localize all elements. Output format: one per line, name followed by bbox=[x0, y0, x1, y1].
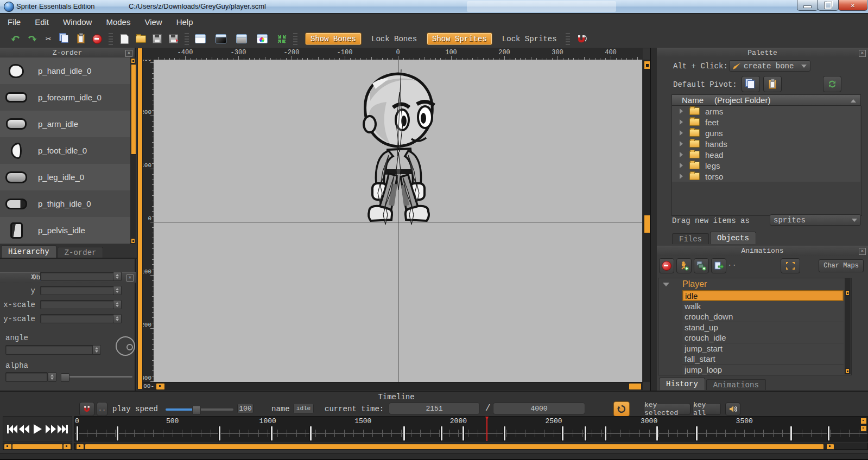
key-all-button[interactable]: key all bbox=[693, 403, 721, 415]
timeline-options-button[interactable]: .. bbox=[97, 402, 107, 416]
collapse-caret-icon[interactable] bbox=[663, 283, 669, 286]
lock-bones-toggle[interactable]: Lock Bones bbox=[371, 35, 417, 43]
scroll-down-button[interactable] bbox=[845, 368, 850, 374]
restore-button[interactable] bbox=[818, 0, 839, 11]
folder-row-hands[interactable]: hands bbox=[672, 138, 860, 150]
scroll-right-button[interactable] bbox=[826, 444, 834, 450]
animation-item-fall_start[interactable]: fall_start bbox=[682, 354, 844, 365]
animations-scrollbar[interactable] bbox=[845, 278, 851, 374]
playhead[interactable] bbox=[486, 417, 487, 442]
animation-item-crouch_down[interactable]: crouch_down bbox=[682, 311, 844, 322]
keyframe-marker[interactable] bbox=[403, 426, 406, 441]
show-sprites-toggle[interactable]: Show Sprites bbox=[427, 33, 492, 45]
center-animation-button[interactable] bbox=[781, 258, 800, 273]
y-input[interactable] bbox=[40, 286, 122, 295]
zorder-scroll-handle[interactable] bbox=[131, 64, 136, 155]
palette-close-icon[interactable]: ✕ bbox=[859, 50, 866, 57]
left-panel-tab-z-order[interactable]: Z-order bbox=[58, 247, 104, 258]
zorder-row[interactable]: p_foot_idle_0 bbox=[0, 137, 130, 164]
zorder-close-icon[interactable]: ✕ bbox=[125, 50, 132, 57]
expand-caret-icon[interactable] bbox=[680, 174, 683, 179]
timeline-ruler[interactable]: 0500100015002000250030003500 bbox=[74, 416, 868, 442]
undo-button[interactable] bbox=[8, 32, 24, 46]
alpha-spinner[interactable] bbox=[48, 372, 56, 382]
expand-caret-icon[interactable] bbox=[680, 108, 683, 114]
canvas-horizontal-scrollbar[interactable]: -300 bbox=[143, 382, 643, 390]
play-speed-slider-handle[interactable] bbox=[192, 406, 201, 414]
delete-button[interactable] bbox=[89, 32, 105, 46]
timeline-zoom-out-button[interactable] bbox=[860, 425, 867, 432]
alpha-slider-track[interactable] bbox=[69, 376, 132, 378]
folder-row-torso[interactable]: torso bbox=[672, 171, 860, 182]
x-scale-spinner[interactable] bbox=[113, 300, 122, 309]
paste-pivot-button[interactable] bbox=[763, 76, 782, 92]
menu-item-file[interactable]: File bbox=[8, 17, 21, 27]
delete-animation-button[interactable] bbox=[659, 258, 674, 273]
animations-tab-history[interactable]: History bbox=[659, 378, 705, 390]
skip-end-icon[interactable] bbox=[57, 423, 69, 435]
scroll-left-button[interactable] bbox=[76, 444, 84, 450]
view-mode-1-button[interactable] bbox=[192, 32, 208, 46]
folder-row-head[interactable]: head bbox=[672, 149, 860, 161]
expand-caret-icon[interactable] bbox=[680, 119, 683, 125]
duplicate-animation-button[interactable] bbox=[711, 258, 726, 273]
open-file-button[interactable] bbox=[132, 32, 149, 46]
keyframe-marker[interactable] bbox=[218, 426, 221, 441]
angle-dial[interactable] bbox=[116, 336, 135, 356]
fit-view-button[interactable] bbox=[274, 32, 290, 46]
y-scale-spinner[interactable] bbox=[113, 314, 122, 323]
keyframe-marker[interactable] bbox=[561, 426, 564, 441]
keyframe-marker[interactable] bbox=[462, 426, 465, 441]
animations-tab-animations[interactable]: Animations bbox=[706, 379, 766, 390]
more-options-button[interactable]: .. bbox=[727, 259, 737, 268]
show-bones-toggle[interactable]: Show Bones bbox=[305, 33, 362, 45]
fast-forward-icon[interactable] bbox=[45, 423, 56, 435]
keyframe-marker[interactable] bbox=[309, 426, 312, 441]
x-input[interactable] bbox=[40, 272, 122, 281]
palette-tab-files[interactable]: Files bbox=[672, 233, 709, 244]
animation-name-input[interactable] bbox=[293, 403, 314, 414]
animation-entity-name[interactable]: Player bbox=[682, 279, 707, 289]
zorder-row[interactable]: p_leg_idle_0 bbox=[0, 164, 130, 191]
keyframe-marker[interactable] bbox=[604, 426, 607, 441]
menu-item-help[interactable]: Help bbox=[176, 17, 193, 27]
drag-new-items-dropdown[interactable]: sprites bbox=[770, 214, 861, 226]
loop-playback-button[interactable] bbox=[613, 401, 630, 417]
title-bar[interactable]: Spriter Essentials Edition C:/Users/z/Do… bbox=[0, 0, 868, 14]
scroll-up-button[interactable] bbox=[131, 58, 135, 63]
expand-caret-icon[interactable] bbox=[680, 141, 683, 146]
keyframe-marker[interactable] bbox=[584, 426, 587, 441]
scroll-left-button[interactable] bbox=[4, 444, 12, 450]
close-button[interactable]: ✕ bbox=[838, 0, 867, 11]
keyframe-marker[interactable] bbox=[790, 426, 793, 441]
cut-button[interactable]: ✂ bbox=[40, 32, 56, 46]
dock-divider[interactable] bbox=[650, 48, 657, 391]
expand-caret-icon[interactable] bbox=[680, 130, 683, 136]
playback-scroll-handle[interactable] bbox=[12, 444, 63, 450]
char-maps-button[interactable]: Char Maps bbox=[819, 259, 864, 272]
alpha-slider-handle[interactable] bbox=[61, 373, 69, 382]
lock-sprites-toggle[interactable]: Lock Sprites bbox=[502, 35, 557, 43]
menu-item-modes[interactable]: Modes bbox=[106, 17, 130, 27]
bone-tool-dropdown[interactable]: create bone bbox=[729, 60, 810, 72]
fast-back-icon[interactable] bbox=[18, 423, 30, 435]
keyframe-marker[interactable] bbox=[76, 426, 79, 441]
playback-scrollbar[interactable] bbox=[3, 443, 72, 450]
paste-button[interactable] bbox=[73, 32, 89, 46]
keyframe-marker[interactable] bbox=[656, 426, 658, 441]
copy-button[interactable] bbox=[56, 32, 73, 46]
expand-caret-icon[interactable] bbox=[680, 163, 683, 168]
timeline-zoom-in-button[interactable] bbox=[860, 418, 867, 424]
character-sprite[interactable] bbox=[354, 69, 443, 232]
canvas-horizontal-scroll-handle[interactable] bbox=[629, 383, 642, 390]
minimize-button[interactable] bbox=[797, 0, 818, 11]
keyframe-marker[interactable] bbox=[827, 426, 830, 441]
file-tree-header[interactable]: Name (Project Folder) bbox=[671, 94, 861, 106]
view-mode-3-button[interactable] bbox=[233, 32, 250, 46]
play-speed-input[interactable] bbox=[237, 403, 254, 414]
animations-close-icon[interactable]: ✕ bbox=[859, 248, 866, 255]
animation-item-crouch_idle[interactable]: crouch_idle bbox=[682, 333, 844, 343]
folder-row-guns[interactable]: guns bbox=[672, 127, 860, 139]
refresh-pivot-button[interactable] bbox=[823, 76, 841, 92]
folder-row-arms[interactable]: arms bbox=[672, 106, 860, 117]
